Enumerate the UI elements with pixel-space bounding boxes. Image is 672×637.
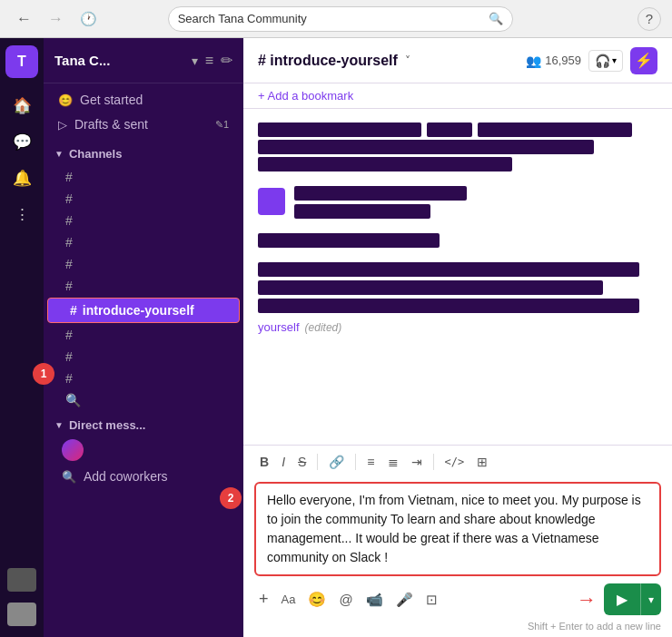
sidebar-header: Tana C... ▾ ≡ ✏ (44, 38, 243, 83)
dm-icon[interactable]: 💬 (5, 125, 38, 158)
bold-button[interactable]: B (254, 451, 274, 473)
strikethrough-button[interactable]: S (292, 451, 311, 473)
emoji-button[interactable]: 😊 (303, 588, 331, 611)
toolbar-divider-1 (317, 454, 318, 470)
channel-item-1[interactable]: # (44, 166, 243, 188)
toolbar-divider-3 (433, 454, 434, 470)
search-icon: 🔍 (65, 393, 81, 407)
workspace-logo[interactable]: T (5, 45, 38, 78)
bullet-list-button[interactable]: ≡ (361, 451, 380, 473)
headset-icon: 🎧 (595, 54, 610, 68)
dm-label: Direct mess... (69, 418, 146, 432)
redacted-4 (258, 140, 594, 154)
indent-button[interactable]: ⇥ (406, 451, 428, 473)
ordered-list-button[interactable]: ≣ (382, 451, 404, 473)
history-button[interactable]: 🕐 (74, 9, 103, 29)
filter-icon[interactable]: ≡ (205, 53, 213, 69)
toolbar-divider-2 (355, 454, 356, 470)
app-shortcut-icon[interactable]: ⚡ (630, 47, 657, 74)
chevron-down-icon: ▼ (54, 420, 64, 430)
sidebar-item-drafts[interactable]: ▷ Drafts & sent ✎1 (47, 113, 240, 136)
compose-icon[interactable]: ✏ (221, 52, 232, 69)
sidebar-content: 😊 Get started ▷ Drafts & sent ✎1 ▼ Chann… (44, 83, 243, 637)
bell-icon[interactable]: 🔔 (5, 162, 38, 194)
dm-item[interactable] (44, 436, 243, 465)
mention-button[interactable]: @ (334, 589, 357, 610)
chevron-down-icon: ▼ (54, 149, 64, 159)
link-button[interactable]: 🔗 (323, 451, 350, 473)
edited-label: (edited) (305, 321, 342, 334)
redacted-3 (478, 122, 632, 137)
channel-item-7[interactable]: # (44, 324, 243, 346)
channel-item-3[interactable]: # (44, 210, 243, 231)
avatar (62, 439, 84, 461)
hint-text: Shift + Enter to add a new line (528, 621, 661, 632)
home-icon[interactable]: 🏠 (5, 89, 38, 122)
people-icon: 👥 (526, 54, 541, 68)
bookmark-bar[interactable]: + Add a bookmark (243, 83, 672, 109)
main-header: # introduce-yourself ˅ 👥 16,959 🎧 ▾ ⚡ (243, 38, 672, 83)
audio-button[interactable]: 🎤 (391, 589, 418, 611)
channel-item-5[interactable]: # (44, 253, 243, 275)
message-group-1 (258, 122, 657, 172)
redacted-6 (294, 186, 467, 201)
redacted-10 (258, 280, 603, 295)
italic-button[interactable]: I (276, 451, 291, 473)
font-button[interactable]: Aa (277, 590, 301, 609)
mention-text: yourself (258, 320, 300, 334)
drafts-badge: ✎1 (215, 119, 229, 131)
audio-section[interactable]: 🎧 ▾ (588, 50, 623, 72)
channel-item-2[interactable]: # (44, 188, 243, 210)
icon-rail: T 🏠 💬 🔔 ⋮ (0, 38, 44, 637)
members-count: 16,959 (545, 54, 581, 67)
channel-search[interactable]: 🔍 (44, 389, 243, 411)
back-button[interactable]: ← (11, 8, 37, 30)
editor-bottom-toolbar: + Aa 😊 @ 📹 🎤 ⊡ → ▶ ▾ (243, 580, 672, 617)
editor-toolbar: B I S 🔗 ≡ ≣ ⇥ </> ⊞ (243, 445, 672, 478)
step-badge-1: 1 (33, 363, 54, 385)
channel-item-introduce-yourself[interactable]: # introduce-yourself (47, 298, 240, 323)
plus-button[interactable]: + (254, 587, 273, 612)
channel-item-9[interactable]: # (44, 368, 243, 389)
redacted-7 (294, 204, 430, 219)
send-dropdown-button[interactable]: ▾ (640, 583, 661, 615)
hash-icon: # (65, 328, 73, 342)
msg-line-1 (258, 122, 657, 137)
message-group-3 (258, 233, 657, 248)
channel-item-4[interactable]: # (44, 231, 243, 253)
message-group-4 (258, 262, 657, 313)
rail-bottom-2 (7, 603, 36, 626)
channel-chevron[interactable]: ˅ (405, 54, 410, 67)
sidebar-item-get-started[interactable]: 😊 Get started (47, 88, 240, 112)
address-bar[interactable]: Search Tana Community 🔍 (168, 6, 513, 32)
browser-chrome: ← → 🕐 Search Tana Community 🔍 ? (0, 0, 672, 38)
channel-name-header: # introduce-yourself (258, 53, 398, 69)
forward-button[interactable]: → (43, 8, 69, 30)
workspace-chevron[interactable]: ▾ (192, 54, 198, 68)
code-button[interactable]: </> (440, 452, 470, 472)
channel-item-6[interactable]: # (44, 275, 243, 297)
redacted-8 (258, 233, 440, 248)
hash-icon: # (65, 279, 73, 293)
bookmark-label: + Add a bookmark (258, 89, 353, 103)
more-icon[interactable]: ⋮ (5, 198, 38, 230)
send-button-group: ▶ ▾ (604, 583, 661, 615)
channels-section-header[interactable]: ▼ Channels (44, 142, 243, 166)
message-editor[interactable]: Hello everyone, I'm from Vietnam, nice t… (254, 482, 661, 576)
channel-item-8[interactable]: # (44, 346, 243, 368)
more-bottom-button[interactable]: ⊡ (421, 589, 442, 611)
dm-section-header[interactable]: ▼ Direct mess... (44, 411, 243, 436)
video-button[interactable]: 📹 (361, 589, 388, 611)
messages-area: yourself (edited) (243, 109, 672, 445)
send-button[interactable]: ▶ (604, 583, 640, 615)
workspace-name: Tana C... (54, 53, 184, 68)
main-content: # introduce-yourself ˅ 👥 16,959 🎧 ▾ ⚡ + … (243, 38, 672, 637)
help-button[interactable]: ? (637, 7, 661, 31)
sidebar-item-label: Get started (80, 93, 143, 107)
hash-icon: # (65, 371, 73, 386)
add-coworkers-item[interactable]: 🔍 Add coworkers (44, 465, 243, 488)
hash-icon-active: # (70, 303, 77, 318)
redacted-5 (258, 157, 512, 172)
more-format-button[interactable]: ⊞ (471, 451, 493, 473)
members-section: 👥 16,959 (526, 54, 581, 68)
